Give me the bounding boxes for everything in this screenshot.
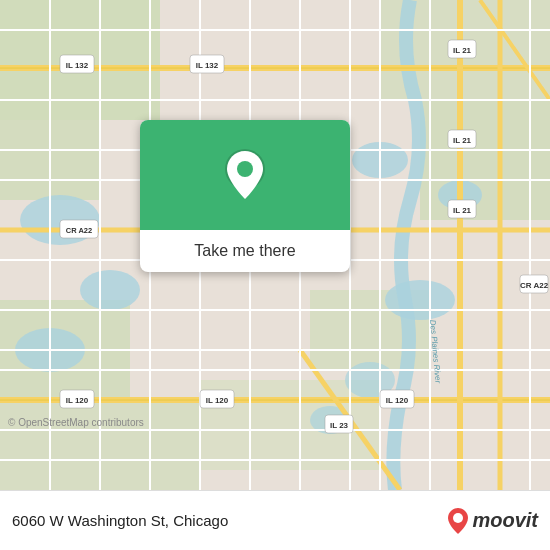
map-container: IL 132 IL 132 IL 21 IL 21 IL 21 CR A22 C… <box>0 0 550 490</box>
svg-point-73 <box>453 513 463 523</box>
svg-text:IL 120: IL 120 <box>386 396 409 405</box>
svg-text:IL 21: IL 21 <box>453 46 472 55</box>
map-attribution: © OpenStreetMap contributors <box>8 417 144 428</box>
info-bar: 6060 W Washington St, Chicago moovit <box>0 490 550 550</box>
address-section: 6060 W Washington St, Chicago <box>12 512 228 529</box>
card-bottom: Take me there <box>140 230 350 272</box>
moovit-label: moovit <box>472 509 538 532</box>
moovit-logo: moovit <box>448 508 538 534</box>
take-me-there-button[interactable]: Take me there <box>194 242 295 260</box>
svg-text:IL 21: IL 21 <box>453 136 472 145</box>
svg-point-14 <box>385 280 455 320</box>
moovit-pin-icon <box>448 508 468 534</box>
svg-point-72 <box>237 161 253 177</box>
svg-text:IL 132: IL 132 <box>66 61 89 70</box>
svg-text:IL 21: IL 21 <box>453 206 472 215</box>
address-text: 6060 W Washington St, Chicago <box>12 512 228 529</box>
svg-point-10 <box>80 270 140 310</box>
svg-text:CR A22: CR A22 <box>66 226 92 235</box>
svg-text:CR A22: CR A22 <box>520 281 549 290</box>
svg-text:IL 23: IL 23 <box>330 421 349 430</box>
card-top <box>140 120 350 230</box>
take-me-there-card: Take me there <box>140 120 350 272</box>
location-pin-icon <box>221 147 269 203</box>
svg-text:IL 132: IL 132 <box>196 61 219 70</box>
svg-text:IL 120: IL 120 <box>66 396 89 405</box>
svg-text:IL 120: IL 120 <box>206 396 229 405</box>
